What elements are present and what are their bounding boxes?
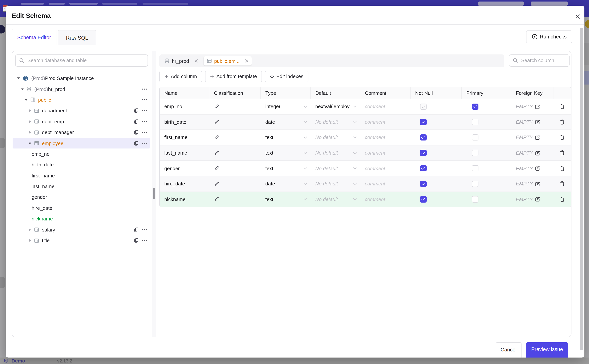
pencil-icon[interactable]	[214, 119, 219, 125]
tree-search-input[interactable]	[27, 57, 144, 64]
sidebar-resize-handle[interactable]	[152, 51, 156, 337]
type-select[interactable]: text	[261, 145, 311, 161]
comment-input[interactable]: comment	[360, 176, 411, 191]
copy-icon[interactable]	[134, 108, 139, 113]
copy-icon[interactable]	[134, 141, 139, 146]
tree-item-hr_prod[interactable]: (Prod) hr_prod	[13, 84, 150, 95]
caret-down-icon[interactable]	[28, 142, 32, 145]
more-icon[interactable]	[142, 131, 147, 133]
primary-checkbox[interactable]	[472, 134, 478, 141]
comment-input[interactable]: comment	[360, 130, 411, 145]
close-icon[interactable]	[245, 59, 249, 63]
tree-item-title[interactable]: title	[13, 235, 150, 246]
not-null-checkbox[interactable]	[420, 134, 426, 141]
column-name-cell[interactable]: emp_no	[160, 99, 209, 114]
caret-down-icon[interactable]	[17, 77, 20, 80]
cancel-button[interactable]: Cancel	[495, 342, 522, 358]
caret-right-icon[interactable]	[28, 109, 32, 112]
comment-input[interactable]: comment	[360, 145, 411, 161]
type-select[interactable]: text	[261, 130, 311, 145]
more-icon[interactable]	[142, 110, 147, 111]
tree-item-first_name[interactable]: first_name	[13, 170, 150, 181]
not-null-checkbox[interactable]	[420, 150, 426, 156]
tree-item-salary[interactable]: salary	[13, 224, 150, 235]
copy-icon[interactable]	[134, 238, 139, 243]
pencil-icon[interactable]	[214, 197, 219, 202]
edit-square-icon[interactable]	[535, 166, 540, 171]
add-column-button[interactable]: Add column	[159, 71, 202, 82]
comment-input[interactable]: comment	[360, 161, 411, 176]
trash-icon[interactable]	[560, 165, 565, 171]
more-icon[interactable]	[142, 240, 147, 241]
caret-right-icon[interactable]	[28, 239, 32, 242]
pencil-icon[interactable]	[214, 166, 219, 171]
tree-item-hire_date[interactable]: hire_date	[13, 202, 150, 213]
caret-right-icon[interactable]	[28, 228, 32, 231]
default-select[interactable]: No default	[311, 145, 360, 161]
copy-icon[interactable]	[134, 119, 139, 124]
caret-right-icon[interactable]	[28, 130, 32, 134]
tab-raw-sql[interactable]: Raw SQL	[58, 30, 96, 45]
column-name-cell[interactable]: birth_date	[160, 114, 209, 130]
caret-down-icon[interactable]	[24, 98, 28, 102]
close-icon[interactable]	[575, 14, 581, 20]
primary-checkbox[interactable]	[472, 196, 478, 202]
tree-item-public[interactable]: public	[13, 95, 150, 105]
edit-square-icon[interactable]	[535, 181, 540, 187]
trash-icon[interactable]	[560, 181, 565, 187]
tree-item-last_name[interactable]: last_name	[13, 181, 150, 192]
edit-square-icon[interactable]	[535, 150, 540, 156]
trash-icon[interactable]	[560, 119, 565, 125]
copy-icon[interactable]	[134, 227, 139, 232]
more-icon[interactable]	[142, 229, 147, 230]
trash-icon[interactable]	[560, 135, 565, 140]
tree-item-gender[interactable]: gender	[13, 192, 150, 203]
more-icon[interactable]	[142, 121, 147, 122]
tree-item-department[interactable]: department	[13, 105, 150, 116]
not-null-checkbox[interactable]	[420, 181, 426, 187]
trash-icon[interactable]	[560, 150, 565, 156]
trash-icon[interactable]	[560, 196, 565, 202]
primary-checkbox[interactable]	[472, 103, 478, 110]
more-icon[interactable]	[142, 88, 147, 90]
default-select[interactable]: No default	[311, 130, 360, 145]
comment-input[interactable]: comment	[360, 114, 411, 130]
column-name-cell[interactable]: first_name	[160, 130, 209, 145]
tree-item-emp_no[interactable]: emp_no	[13, 149, 150, 159]
pencil-icon[interactable]	[214, 135, 219, 140]
editor-tab-hr_prod[interactable]: hr_prod	[161, 56, 201, 65]
type-select[interactable]: integer	[261, 99, 311, 114]
copy-icon[interactable]	[134, 130, 139, 135]
pencil-icon[interactable]	[214, 181, 219, 187]
primary-checkbox[interactable]	[472, 165, 478, 172]
tree-item-dept_manager[interactable]: dept_manager	[13, 127, 150, 138]
trash-icon[interactable]	[560, 104, 565, 110]
default-select[interactable]: No default	[311, 176, 360, 191]
comment-input[interactable]: comment	[360, 192, 411, 207]
column-name-cell[interactable]: nickname	[160, 192, 209, 207]
tab-schema-editor[interactable]: Schema Editor	[12, 29, 56, 45]
not-null-checkbox[interactable]	[420, 119, 426, 125]
default-select[interactable]: nextval('employ	[311, 99, 360, 114]
edit-square-icon[interactable]	[535, 104, 540, 109]
add-from-template-button[interactable]: Add from template	[205, 71, 262, 82]
more-icon[interactable]	[142, 143, 147, 144]
type-select[interactable]: text	[261, 192, 311, 207]
default-select[interactable]: No default	[311, 192, 360, 207]
more-icon[interactable]	[142, 99, 147, 101]
column-name-cell[interactable]: gender	[160, 161, 209, 176]
default-select[interactable]: No default	[311, 114, 360, 130]
caret-right-icon[interactable]	[28, 120, 32, 123]
default-select[interactable]: No default	[311, 161, 360, 176]
primary-checkbox[interactable]	[472, 119, 478, 125]
tree-item-dept_emp[interactable]: dept_emp	[13, 116, 150, 127]
primary-checkbox[interactable]	[472, 181, 478, 187]
not-null-checkbox[interactable]	[420, 196, 426, 202]
caret-down-icon[interactable]	[20, 87, 24, 91]
type-select[interactable]: text	[261, 161, 311, 176]
tree-item-nickname[interactable]: nickname	[13, 213, 150, 224]
tree-item-birth_date[interactable]: birth_date	[13, 159, 150, 170]
tree-item-Prod Sample Instance[interactable]: (Prod) Prod Sample Instance	[13, 73, 150, 84]
edit-square-icon[interactable]	[535, 119, 540, 125]
pencil-icon[interactable]	[214, 150, 219, 156]
